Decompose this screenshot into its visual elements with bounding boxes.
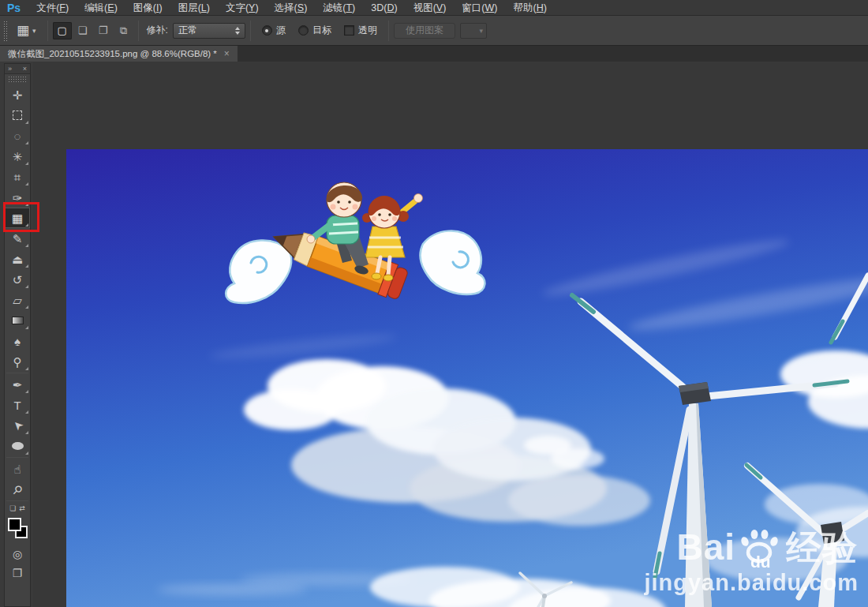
blur-tool-icon: ♠ [14,335,21,347]
quick-mask-button[interactable]: ◎ [5,545,30,564]
baidu-paw-icon: du [739,529,781,567]
subtract-from-selection-icon: ❐ [99,24,108,36]
intersect-selection-icon: ⧉ [120,24,127,37]
new-selection-button[interactable]: ▢ [53,22,72,39]
watermark-bai-text: Bai [676,529,735,565]
menu-item-select[interactable]: 选择(S) [267,0,316,16]
close-tab-icon[interactable]: × [224,48,230,59]
chevron-down-icon: ▾ [479,27,483,35]
subtract-from-selection-button[interactable]: ❐ [94,22,113,39]
menu-bar: Ps 文件(F)编辑(E)图像(I)图层(L)文字(Y)选择(S)滤镜(T)3D… [0,0,868,16]
tools-panel: » × ✛◌✳⌗✑▦✎⏏↺▱♠⚲✒T➤☝⚲ ❏ ⇄ ◎ ❐ [4,63,31,607]
eraser-tool[interactable]: ▱ [5,290,30,310]
pattern-picker-dropdown[interactable]: ▾ [460,23,487,39]
crop-tool-icon: ⌗ [14,171,21,183]
options-grip [3,21,9,41]
tool-preset-picker[interactable]: ▦ ▾ [13,22,43,39]
menu-item-view[interactable]: 视图(V) [406,0,455,16]
document-canvas[interactable]: Bai du [66,149,868,607]
zoom-tool[interactable]: ⚲ [5,479,30,500]
stepper-arrows-icon [235,27,240,35]
patch-mode-dropdown[interactable]: 正常 [173,23,245,39]
baidu-jingyan-logo: Bai du [644,529,859,565]
dodge-tool-icon: ⚲ [13,356,22,368]
rect-marquee-tool-icon [13,111,22,120]
eraser-tool-icon: ▱ [13,294,22,306]
patch-mode-label: 修补: [147,24,168,37]
add-to-selection-icon: ❏ [78,24,88,36]
intersect-selection-button[interactable]: ⧉ [114,22,133,39]
clone-stamp-tool[interactable]: ⏏ [5,249,30,269]
menu-item-window[interactable]: 窗口(W) [454,0,505,16]
toolbar-separator [6,457,28,458]
lasso-tool-icon: ◌ [14,130,21,142]
swap-colors-row[interactable]: ❏ ⇄ [5,502,30,515]
quick-mask-icon: ◎ [13,548,22,560]
transparent-checkbox-wrap[interactable]: 透明 [344,24,377,37]
source-radio-label: 源 [276,24,286,37]
menu-item-layer[interactable]: 图层(L) [170,0,218,16]
hand-tool[interactable]: ☝ [5,459,30,479]
add-to-selection-button[interactable]: ❏ [73,22,92,39]
menu-item-3d[interactable]: 3D(D) [363,0,405,16]
toolbar-separator [6,373,28,373]
watermark-url-text: jingyan.baidu.com [644,571,859,594]
swap-colors-icon[interactable]: ⇄ [19,504,25,512]
photoshop-window: Ps 文件(F)编辑(E)图像(I)图层(L)文字(Y)选择(S)滤镜(T)3D… [0,0,868,607]
patch-mode-value: 正常 [178,24,235,37]
move-tool[interactable]: ✛ [5,84,30,105]
path-selection-tool-icon: ➤ [9,418,25,433]
type-tool[interactable]: T [5,395,30,415]
foreground-color-swatch[interactable] [8,518,21,531]
tool-options-bar: ▦ ▾ ▢❏❐⧉ 修补: 正常 源 目标 透明 使用图案 ▾ [0,16,868,46]
chevron-down-icon: ▾ [32,27,36,35]
close-panel-icon[interactable]: × [23,65,27,73]
dodge-tool[interactable]: ⚲ [5,351,30,372]
menu-item-edit[interactable]: 编辑(E) [77,0,125,16]
source-radio-wrap[interactable]: 源 [262,24,286,37]
menu-item-help[interactable]: 帮助(H) [505,0,554,16]
rect-marquee-tool[interactable] [5,105,30,126]
pen-tool[interactable]: ✒ [5,374,30,395]
pen-tool-icon: ✒ [13,379,23,391]
crop-tool[interactable]: ⌗ [5,167,30,187]
transparent-checkbox-label: 透明 [358,24,377,37]
options-separator [250,21,251,41]
target-radio-wrap[interactable]: 目标 [298,24,331,37]
menu-item-type[interactable]: 文字(Y) [218,0,267,16]
watermark-du-text: du [750,553,771,570]
watermark-jingyan-text: 经验 [786,530,859,565]
menu-items: 文件(F)编辑(E)图像(I)图层(L)文字(Y)选择(S)滤镜(T)3D(D)… [28,0,555,15]
brush-tool-icon: ✎ [13,233,23,245]
move-tool-icon: ✛ [13,89,23,101]
tools-list: ✛◌✳⌗✑▦✎⏏↺▱♠⚲✒T➤☝⚲ [5,84,30,500]
history-brush-tool[interactable]: ↺ [5,269,30,290]
document-tab[interactable]: 微信截图_20210515233915.png @ 88.6%(RGB/8) *… [0,46,238,62]
target-radio[interactable] [298,25,309,36]
lasso-tool[interactable]: ◌ [5,126,30,146]
collapse-panel-icon[interactable]: » [8,65,12,73]
screen-mode-button[interactable]: ❐ [5,564,30,583]
options-separator [47,21,48,41]
ellipse-shape-tool[interactable] [5,436,30,456]
default-colors-icon[interactable]: ❏ [9,504,16,512]
menu-item-file[interactable]: 文件(F) [28,0,77,16]
target-radio-label: 目标 [312,24,331,37]
gradient-tool[interactable] [5,310,30,331]
blur-tool[interactable]: ♠ [5,331,30,351]
ellipse-shape-tool-icon [12,442,24,450]
source-radio[interactable] [262,25,272,36]
baidu-watermark: Bai du [644,529,859,594]
magic-wand-tool[interactable]: ✳ [5,146,30,167]
menu-item-image[interactable]: 图像(I) [125,0,170,16]
photoshop-logo: Ps [0,2,28,14]
document-tab-bar: 微信截图_20210515233915.png @ 88.6%(RGB/8) *… [0,46,868,62]
path-selection-tool[interactable]: ➤ [5,415,30,436]
panel-grip[interactable] [8,76,27,83]
menu-item-filter[interactable]: 滤镜(T) [315,0,363,16]
use-pattern-button[interactable]: 使用图案 [394,23,455,39]
clone-stamp-tool-icon: ⏏ [12,253,23,265]
magic-wand-tool-icon: ✳ [13,151,23,163]
type-tool-icon: T [13,399,21,411]
transparent-checkbox[interactable] [344,25,354,36]
